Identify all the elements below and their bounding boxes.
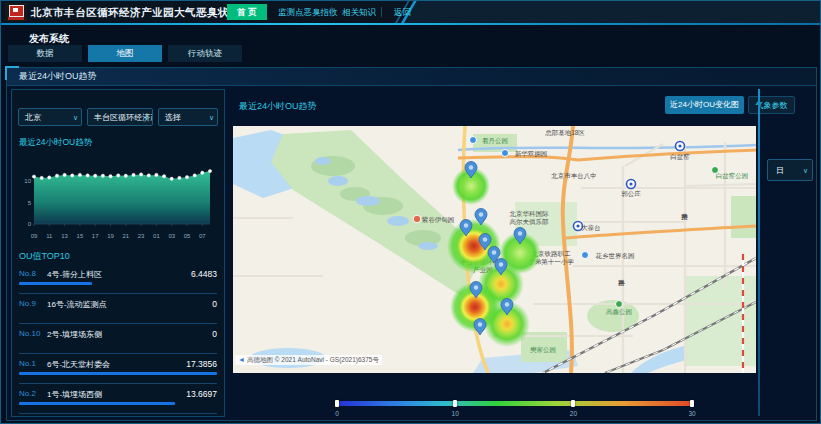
map-label: 花乡世界名园 — [595, 252, 635, 260]
dashboard-page: 北京市丰台区循环经济产业园大气恶臭状况实时 首 页 监测点恶臭指数 相关知识 返… — [0, 0, 821, 424]
time-granularity-select[interactable]: 日 ∨ — [767, 159, 813, 181]
panel-header: 最近24小时OU趋势 — [7, 68, 816, 86]
nav-separator — [381, 7, 382, 17]
weather-params-button[interactable]: 气象参数 — [748, 96, 795, 114]
point-name: 2号-填埋场东侧 — [47, 329, 102, 340]
svg-text:09: 09 — [31, 233, 38, 239]
panel-title: 最近24小时OU趋势 — [19, 68, 97, 85]
nav-item-home[interactable]: 首 页 — [227, 4, 267, 20]
legend-marker — [571, 400, 575, 407]
map-label: 樊家公园 — [530, 346, 556, 353]
legend-marker — [335, 400, 339, 407]
top10-row[interactable]: No.21号-填埋场西侧13.6697 — [19, 384, 217, 414]
amap-logo-icon: ◄ — [238, 356, 245, 363]
legend-tick-label: 0 — [335, 410, 339, 417]
chevron-down-icon: ∨ — [73, 109, 78, 126]
point-name: 16号-流动监测点 — [47, 299, 107, 310]
rank-label: No.9 — [19, 299, 36, 308]
city-select-value: 北京 — [25, 113, 41, 122]
top10-row[interactable]: No.102号-填埋场东侧0 — [19, 324, 217, 354]
left-sidebar-panel: 北京 ∨ 丰台区循环经济产 ∨ 选择 ∨ 最近24小时OU趋势 05100911… — [11, 89, 225, 417]
map-label: 高尔夫俱乐部 — [510, 218, 549, 226]
svg-text:23: 23 — [138, 233, 145, 239]
rank-label: No.10 — [19, 329, 40, 338]
svg-text:5: 5 — [28, 200, 32, 206]
ou-value: 0 — [212, 299, 217, 309]
ou-value: 13.6697 — [186, 389, 217, 399]
svg-text:01: 01 — [153, 233, 160, 239]
map-label: 白盆窑公园 — [716, 172, 749, 180]
point-name: 1号-填埋场西侧 — [47, 389, 102, 400]
svg-text:10: 10 — [24, 178, 31, 184]
map-label: 看丹公园 — [482, 137, 508, 145]
ou-trend-chart: 0510091113151719212301030507 — [16, 148, 218, 242]
svg-text:0: 0 — [28, 221, 32, 227]
map-section-title: 最近24小时OU趋势 — [239, 100, 317, 113]
legend-marker — [690, 400, 694, 407]
rank-label: No.2 — [19, 389, 36, 398]
map-label: 新华双拥园 — [515, 150, 548, 158]
point-select-value: 选择 — [165, 113, 181, 122]
tab-data[interactable]: 数据 — [8, 45, 82, 62]
map-canvas[interactable]: 看丹公园总部基地18区新华双拥园北京市丰台八中郭公庄白盆窑白盆窑公园大葆台北京华… — [233, 126, 756, 373]
map-label: 郭公庄 — [621, 190, 641, 198]
ou-value: 17.3856 — [186, 359, 217, 369]
svg-text:15: 15 — [77, 233, 84, 239]
rank-label: No.1 — [19, 359, 36, 368]
header: 北京市丰台区循环经济产业园大气恶臭状况实时 首 页 监测点恶臭指数 相关知识 返… — [1, 1, 820, 23]
map-label: 总部基地18区 — [544, 129, 585, 137]
rank-label: No.8 — [19, 269, 36, 278]
legend-tick-label: 10 — [452, 410, 459, 417]
map-label: 大葆台 — [581, 224, 601, 232]
publish-system-label: 发布系统 — [29, 32, 69, 46]
top10-title: OU值TOP10 — [19, 250, 70, 263]
svg-text:11: 11 — [46, 233, 53, 239]
vertical-divider — [758, 89, 760, 416]
top10-row[interactable]: No.16号-北天堂村委会17.3856 — [19, 354, 217, 384]
tab-map[interactable]: 地图 — [88, 45, 162, 62]
legend-marker — [453, 400, 457, 407]
legend-tick-label: 20 — [570, 410, 577, 417]
ou-change-map-button[interactable]: 近24小时OU变化图 — [665, 96, 744, 114]
value-bar — [19, 282, 92, 285]
point-name: 6号-北天堂村委会 — [47, 359, 110, 370]
app-logo-icon — [5, 3, 27, 21]
svg-text:19: 19 — [107, 233, 114, 239]
svg-text:13: 13 — [61, 233, 68, 239]
svg-text:21: 21 — [122, 233, 129, 239]
map-label: 北京华科国际 — [510, 210, 550, 218]
park-select[interactable]: 丰台区循环经济产 ∨ — [87, 108, 153, 126]
top10-row[interactable]: No.916号-流动监测点0 — [19, 294, 217, 324]
ou-value: 6.4483 — [191, 269, 217, 279]
top10-row[interactable]: No.84号-筛分上料区6.4483 — [19, 264, 217, 294]
nav-item-back[interactable]: 返回 — [387, 4, 418, 20]
time-select-value: 日 — [776, 166, 784, 175]
city-select[interactable]: 北京 ∨ — [18, 108, 82, 126]
header-accent-line — [1, 23, 820, 25]
svg-text:07: 07 — [199, 233, 206, 239]
chevron-down-icon: ∨ — [144, 109, 149, 126]
svg-text:17: 17 — [92, 233, 99, 239]
value-bar — [19, 402, 175, 405]
point-select[interactable]: 选择 ∨ — [158, 108, 218, 126]
value-bar — [19, 372, 217, 375]
heatmap-color-legend — [337, 401, 692, 406]
ou-value: 0 — [212, 329, 217, 339]
svg-text:03: 03 — [168, 233, 175, 239]
map-container[interactable]: 看丹公园总部基地18区新华双拥园北京市丰台八中郭公庄白盆窑白盆窑公园大葆台北京华… — [233, 126, 756, 373]
map-label: 紫谷伊甸园 — [421, 216, 455, 224]
nav-separator — [331, 7, 332, 17]
map-attribution: ◄高德地图 © 2021 AutoNavi - GS(2021)6375号 — [235, 355, 382, 365]
map-label: 北京市丰台八中 — [551, 172, 597, 180]
nav-item-odor-index[interactable]: 监测点恶臭指数 — [271, 4, 345, 20]
heat-blob — [447, 219, 501, 273]
map-label: 高鑫公园 — [606, 308, 632, 315]
top10-list: No.84号-筛分上料区6.4483No.916号-流动监测点0No.102号-… — [19, 264, 217, 414]
nav-background — [401, 1, 821, 23]
nav-item-knowledge[interactable]: 相关知识 — [335, 4, 383, 20]
point-name: 4号-筛分上料区 — [47, 269, 102, 280]
legend-tick-label: 30 — [688, 410, 695, 417]
svg-text:05: 05 — [184, 233, 191, 239]
tab-track[interactable]: 行动轨迹 — [168, 45, 242, 62]
map-label: 白盆窑 — [670, 153, 690, 161]
